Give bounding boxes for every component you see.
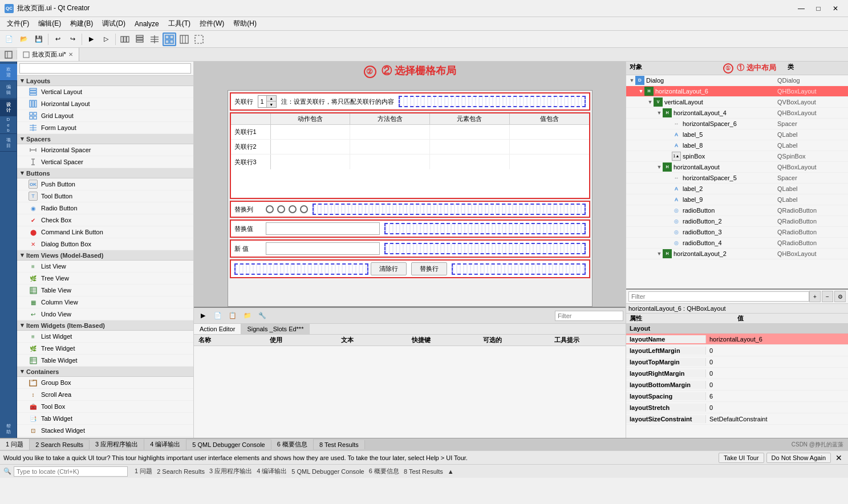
action-toolbar-btn5[interactable]: 🔧 (255, 309, 269, 323)
toolbar-build[interactable]: ▶ (84, 32, 98, 46)
mode-design[interactable]: 设计 (0, 99, 17, 116)
widget-horizontal-spacer[interactable]: Horizontal Spacer (17, 144, 193, 156)
category-spacers[interactable]: ▾ Spacers (17, 134, 193, 144)
category-item-widgets[interactable]: ▾ Item Widgets (Item-Based) (17, 320, 193, 331)
prop-row-spacing[interactable]: layoutSpacing 6 (626, 391, 848, 402)
menu-build[interactable]: 构建(B) (66, 18, 98, 30)
tree-toggle-hlayout2[interactable]: ▼ (656, 250, 663, 257)
tree-item-hspacer5[interactable]: ↔ horizontalSpacer_5 Spacer (626, 173, 848, 184)
widget-filter-input[interactable] (19, 63, 191, 74)
close-button[interactable]: ✕ (827, 3, 843, 14)
category-layouts[interactable]: ▾ Layouts (17, 76, 193, 86)
status-tab-qml[interactable]: 5 QML Debugger Console (186, 440, 271, 449)
bottom-tab-2[interactable]: 2 Search Results (157, 468, 205, 475)
widget-frame[interactable]: Frame (17, 437, 193, 438)
widget-list-view[interactable]: ≡ List View (17, 261, 193, 273)
spin-up-arrow[interactable]: ▲ (267, 96, 276, 101)
widget-check-box[interactable]: ✔ Check Box (17, 214, 193, 226)
toolbar-layout-v[interactable] (133, 32, 147, 46)
status-close-icon[interactable]: ✕ (833, 452, 845, 464)
toolbar-run[interactable]: ▷ (99, 32, 113, 46)
toolbar-layout-splitter[interactable] (177, 32, 191, 46)
action-toolbar-btn4[interactable]: 📁 (241, 309, 254, 323)
tree-item-hspacer6[interactable]: ↔ horizontalSpacer_6 Spacer (626, 119, 848, 129)
tree-item-label5[interactable]: A label_5 QLabel (626, 129, 848, 140)
menu-file[interactable]: 文件(F) (2, 18, 34, 30)
tree-item-radio4[interactable]: ◎ radioButton_4 QRadioButton (626, 238, 848, 249)
prop-filter-plus[interactable]: + (809, 291, 821, 302)
toolbar-open[interactable]: 📂 (17, 32, 31, 46)
tree-item-hlayout4[interactable]: ▼ H horizontalLayout_4 QHBoxLayout (626, 108, 848, 119)
prop-row-leftmargin[interactable]: layoutLeftMargin 0 (626, 345, 848, 356)
btn-replace-row[interactable]: 替换行 (411, 262, 447, 275)
spin-down-arrow[interactable]: ▼ (267, 101, 276, 107)
toolbar-redo[interactable]: ↪ (66, 32, 79, 46)
widget-table-widget[interactable]: Table Widget (17, 355, 193, 367)
action-toolbar-btn2[interactable]: 📄 (211, 309, 225, 323)
locate-input[interactable] (14, 466, 128, 477)
tree-item-radio1[interactable]: ◎ radioButton QRadioButton (626, 205, 848, 216)
tree-toggle-hlayout[interactable]: ▼ (656, 164, 663, 170)
widget-tree-widget[interactable]: 🌿 Tree Widget (17, 343, 193, 355)
menu-analyze[interactable]: Analyze (130, 19, 164, 29)
widget-push-button[interactable]: OK Push Button (17, 178, 193, 190)
mode-help[interactable]: 帮助 (0, 421, 17, 438)
tree-item-vlayout[interactable]: ▼ V verticalLayout QVBoxLayout (626, 97, 848, 108)
spin-box[interactable]: 1 ▲ ▼ (258, 95, 277, 108)
status-tab-tests[interactable]: 8 Test Results (314, 440, 365, 449)
widget-list-widget[interactable]: ≡ List Widget (17, 331, 193, 343)
tree-item-spinbox[interactable]: 1▲ spinBox QSpinBox (626, 151, 848, 162)
widget-vertical-spacer[interactable]: Vertical Spacer (17, 156, 193, 168)
prop-row-topmargin[interactable]: layoutTopMargin 0 (626, 356, 848, 368)
action-toolbar-btn3[interactable]: 📋 (226, 309, 240, 323)
menu-debug[interactable]: 调试(D) (98, 18, 130, 30)
bottom-arrow-up[interactable]: ▲ (448, 468, 454, 475)
tree-toggle-hlayout6[interactable]: ▼ (638, 88, 644, 95)
widget-radio-button[interactable]: ◉ Radio Button (17, 202, 193, 214)
document-tab[interactable]: 批改页面.ui* ✕ (17, 48, 79, 61)
widget-command-link-button[interactable]: ⬤ Command Link Button (17, 226, 193, 238)
widget-horizontal-layout[interactable]: Horizontal Layout (17, 98, 193, 110)
category-buttons[interactable]: ▾ Buttons (17, 168, 193, 178)
bottom-tab-1[interactable]: 1 问题 (135, 467, 152, 475)
mode-welcome[interactable]: 欢迎 (0, 64, 17, 81)
tab-action-editor[interactable]: Action Editor (194, 324, 241, 334)
status-tab-overview[interactable]: 6 概要信息 (271, 439, 314, 450)
tree-item-hlayout[interactable]: ▼ H horizontalLayout QHBoxLayout (626, 162, 848, 173)
menu-help[interactable]: 帮助(H) (229, 18, 261, 30)
widget-tool-button[interactable]: T Tool Button (17, 190, 193, 202)
menu-widgets[interactable]: 控件(W) (195, 18, 229, 30)
prop-filter-input[interactable] (628, 291, 809, 302)
tree-toggle-vlayout[interactable]: ▼ (647, 99, 654, 105)
widget-group-box[interactable]: GB Group Box (17, 377, 193, 389)
tree-item-dialog[interactable]: ▼ D Dialog QDialog (626, 75, 848, 86)
tree-toggle-hlayout4[interactable]: ▼ (656, 109, 663, 116)
widget-dialog-button-box[interactable]: ✕ Dialog Button Box (17, 238, 193, 250)
toolbar-break-layout[interactable] (192, 32, 206, 46)
radio-3[interactable] (289, 205, 297, 213)
tab-close-icon[interactable]: ✕ (68, 51, 73, 58)
btn-take-tour[interactable]: Take UI Tour (719, 453, 764, 463)
input-new-val[interactable] (266, 242, 380, 255)
widget-tool-box[interactable]: 🧰 Tool Box (17, 401, 193, 413)
toolbar-new[interactable]: 📄 (2, 32, 16, 46)
prop-row-sizeconstraint[interactable]: layoutSizeConstraint SetDefaultConstrain… (626, 413, 848, 425)
widget-column-view[interactable]: ▦ Column View (17, 296, 193, 308)
tab-signals-slots[interactable]: Signals _Slots Ed*** (241, 324, 310, 334)
widget-table-view[interactable]: Table View (17, 284, 193, 296)
maximize-button[interactable]: □ (810, 3, 826, 14)
toolbar-layout-form[interactable] (148, 32, 161, 46)
prop-filter-minus[interactable]: − (822, 291, 833, 302)
tree-item-label2[interactable]: A label_2 QLabel (626, 184, 848, 194)
prop-row-stretch[interactable]: layoutStretch 0 (626, 402, 848, 413)
dialog-widget[interactable]: 关联行 1 ▲ ▼ 注：设置关联行，将只匹配关联行的内容 (228, 90, 593, 307)
widget-scroll-area[interactable]: ↕ Scroll Area (17, 389, 193, 401)
toolbar-layout-h[interactable] (118, 32, 132, 46)
status-tab-app-output[interactable]: 3 应用程序输出 (90, 439, 144, 450)
widget-tree-view[interactable]: 🌿 Tree View (17, 273, 193, 284)
mode-debug[interactable]: Deb (0, 117, 17, 134)
action-toolbar-btn1[interactable]: ▶ (196, 309, 210, 323)
minimize-button[interactable]: — (793, 3, 809, 14)
prop-row-rightmargin[interactable]: layoutRightMargin 0 (626, 368, 848, 379)
input-replace-val[interactable] (266, 222, 380, 235)
